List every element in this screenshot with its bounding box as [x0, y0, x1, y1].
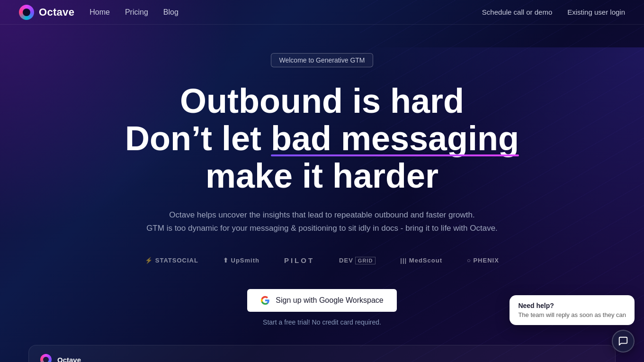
hero-title-before: Don’t let	[125, 119, 271, 157]
nav-link-blog[interactable]: Blog	[163, 8, 179, 17]
partner-statsocial: ⚡ STATSOCIAL	[145, 257, 198, 264]
hero-title-highlight: bad messaging	[271, 120, 519, 157]
partner-devgrid: DEVGRID	[339, 257, 376, 264]
partner-medscout: ||| MedScout	[400, 257, 442, 264]
logo-link[interactable]: Octave	[19, 5, 74, 20]
logo-icon-inner	[23, 9, 30, 16]
hero-badge: Welcome to Generative GTM	[271, 53, 373, 67]
logo-icon	[19, 5, 34, 20]
nav-right: Schedule call or demo Existing user logi…	[482, 8, 625, 16]
hero-title-line1: Outbound is hard	[109, 82, 535, 120]
chat-trigger-button[interactable]	[612, 330, 635, 353]
brand-name: Octave	[39, 6, 74, 18]
partner-pilot: PILOT	[284, 256, 314, 264]
google-icon	[260, 296, 270, 305]
free-trial-text: Start a free trial! No credit card requi…	[263, 318, 381, 326]
hero-title: Outbound is hard Don’t let bad messaging…	[109, 82, 535, 195]
nav-existing-login[interactable]: Existing user login	[567, 8, 625, 16]
hero-subtitle-line1: Octave helps uncover the insights that l…	[169, 210, 474, 219]
signup-button-label: Sign up with Google Workspace	[276, 296, 383, 305]
chat-bubble-title: Need help?	[518, 302, 626, 309]
chat-bubble: Need help? The team will reply as soon a…	[510, 295, 635, 325]
nav-schedule-call[interactable]: Schedule call or demo	[482, 8, 552, 16]
preview-logo	[40, 354, 52, 362]
chat-widget: Need help? The team will reply as soon a…	[510, 295, 635, 353]
main-content: Welcome to Generative GTM Outbound is ha…	[0, 25, 644, 326]
nav-link-pricing[interactable]: Pricing	[125, 8, 148, 17]
preview-brand-name: Octave	[57, 356, 81, 362]
nav-link-home[interactable]: Home	[89, 8, 110, 17]
partner-upsmith: ⬆ UpSmith	[223, 257, 259, 264]
navbar: Octave Home Pricing Blog Schedule call o…	[0, 0, 644, 25]
hero-subtitle: Octave helps uncover the insights that l…	[146, 208, 498, 236]
hero-subtitle-line2: GTM is too dynamic for your messaging & …	[146, 224, 498, 233]
hero-title-after: make it harder	[206, 157, 438, 195]
chat-bubble-text: The team will reply as soon as they can	[518, 311, 626, 318]
partners-row: ⚡ STATSOCIAL ⬆ UpSmith PILOT DEVGRID |||…	[0, 256, 644, 264]
nav-left: Octave Home Pricing Blog	[19, 5, 179, 20]
google-signup-button[interactable]: Sign up with Google Workspace	[247, 289, 396, 312]
partner-phenix: ○ PHENIX	[467, 257, 499, 264]
hero-title-line2: Don’t let bad messaging make it harder	[109, 120, 535, 195]
chat-icon	[618, 336, 628, 346]
